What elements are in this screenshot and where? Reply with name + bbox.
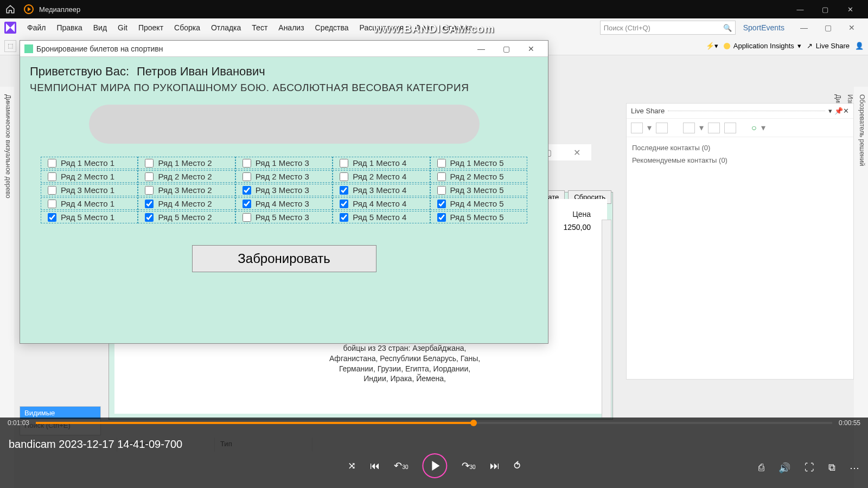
- seat-checkbox[interactable]: Ряд 2 Место 1: [41, 170, 138, 183]
- vs-menu-item[interactable]: Анализ: [273, 20, 309, 35]
- seat-checkbox[interactable]: Ряд 3 Место 2: [138, 184, 235, 196]
- seat-checkbox[interactable]: Ряд 2 Место 4: [333, 170, 430, 183]
- chevron-down-icon[interactable]: ▾: [761, 123, 765, 133]
- seat-checkbox-input[interactable]: [340, 159, 348, 168]
- seat-checkbox[interactable]: Ряд 1 Место 1: [41, 157, 138, 169]
- seat-checkbox-input[interactable]: [340, 172, 348, 181]
- seat-checkbox-input[interactable]: [48, 213, 56, 222]
- seat-checkbox-input[interactable]: [437, 172, 446, 181]
- vs-menu-item[interactable]: Правка: [51, 20, 87, 35]
- vs-menu-item[interactable]: Отладка: [206, 20, 246, 35]
- seat-checkbox[interactable]: Ряд 1 Место 3: [235, 157, 333, 169]
- seat-checkbox-input[interactable]: [48, 186, 56, 195]
- seat-checkbox-input[interactable]: [437, 159, 446, 168]
- seat-checkbox[interactable]: Ряд 2 Место 3: [235, 170, 333, 183]
- seat-checkbox-input[interactable]: [145, 159, 154, 168]
- pin-icon[interactable]: 📌: [834, 107, 843, 115]
- toolbar-icon[interactable]: ⚡▾: [706, 42, 718, 50]
- seat-checkbox[interactable]: Ряд 3 Место 4: [333, 184, 430, 196]
- seat-checkbox[interactable]: Ряд 4 Место 4: [333, 197, 430, 210]
- seat-checkbox[interactable]: Ряд 5 Место 3: [235, 211, 333, 223]
- chevron-down-icon[interactable]: ▾: [699, 123, 704, 133]
- seat-checkbox-input[interactable]: [437, 200, 446, 208]
- seat-checkbox[interactable]: Ряд 5 Место 2: [138, 211, 235, 223]
- progress-thumb[interactable]: [470, 420, 477, 426]
- seat-checkbox[interactable]: Ряд 3 Место 5: [430, 184, 527, 196]
- progress-bar[interactable]: [36, 422, 832, 424]
- seat-checkbox-input[interactable]: [437, 186, 446, 195]
- vs-close-button[interactable]: ✕: [840, 18, 864, 37]
- cast-icon[interactable]: ⎙: [758, 462, 764, 474]
- seat-checkbox-input[interactable]: [145, 172, 154, 181]
- seat-checkbox-input[interactable]: [242, 186, 251, 195]
- seat-checkbox[interactable]: Ряд 4 Место 1: [41, 197, 138, 210]
- live-share-button[interactable]: ↗ Live Share: [807, 42, 850, 50]
- solution-name[interactable]: SportEvents: [736, 20, 792, 35]
- seat-checkbox-input[interactable]: [145, 213, 154, 222]
- circle-icon[interactable]: ○: [751, 123, 757, 133]
- seat-checkbox[interactable]: Ряд 4 Место 2: [138, 197, 235, 210]
- seat-checkbox-input[interactable]: [242, 213, 251, 222]
- app-insights-button[interactable]: Application Insights ▾: [724, 42, 801, 50]
- shuffle-icon[interactable]: ⤨: [348, 460, 356, 472]
- chevron-down-icon[interactable]: ▾: [647, 123, 652, 133]
- next-icon[interactable]: ⏭: [490, 460, 500, 472]
- skip-forward-icon[interactable]: ↷30: [462, 460, 476, 472]
- previous-icon[interactable]: ⏮: [370, 460, 380, 472]
- vs-menu-item[interactable]: Средства: [310, 20, 354, 35]
- seat-checkbox[interactable]: Ряд 2 Место 2: [138, 170, 235, 183]
- fullscreen-icon[interactable]: ⛶: [805, 462, 814, 474]
- minimize-button[interactable]: ―: [469, 41, 494, 57]
- seat-checkbox[interactable]: Ряд 5 Место 5: [430, 211, 527, 223]
- user-icon[interactable]: 👤: [855, 42, 864, 50]
- vs-search-input[interactable]: Поиск (Ctrl+Q) 🔍: [600, 21, 736, 35]
- vs-maximize-button[interactable]: ▢: [816, 18, 840, 37]
- seat-checkbox[interactable]: Ряд 3 Место 3: [235, 184, 333, 196]
- close-button[interactable]: ✕: [563, 144, 591, 160]
- seat-checkbox[interactable]: Ряд 1 Место 2: [138, 157, 235, 169]
- seat-checkbox-input[interactable]: [340, 200, 348, 208]
- vs-menu-item[interactable]: Вид: [88, 20, 112, 35]
- vs-menu-item[interactable]: Проект: [133, 20, 169, 35]
- vs-minimize-button[interactable]: ―: [792, 18, 816, 37]
- seat-checkbox-input[interactable]: [48, 200, 56, 208]
- seat-checkbox-input[interactable]: [242, 172, 251, 181]
- toolbar-icon[interactable]: [631, 123, 643, 133]
- seat-checkbox-input[interactable]: [145, 200, 154, 208]
- seat-checkbox-input[interactable]: [437, 213, 446, 222]
- repeat-icon[interactable]: ⥀: [514, 460, 520, 472]
- suggested-contacts[interactable]: Рекомендуемые контакты (0): [632, 154, 848, 166]
- seat-checkbox[interactable]: Ряд 3 Место 1: [41, 184, 138, 196]
- book-button[interactable]: Забронировать: [192, 245, 376, 272]
- seat-checkbox[interactable]: Ряд 1 Место 4: [333, 157, 430, 169]
- vs-menu-item[interactable]: Git: [112, 20, 133, 35]
- seat-checkbox-input[interactable]: [340, 186, 348, 195]
- seat-checkbox[interactable]: Ряд 2 Место 5: [430, 170, 527, 183]
- miniplayer-icon[interactable]: ⧉: [828, 462, 835, 474]
- seat-checkbox-input[interactable]: [242, 159, 251, 168]
- seat-checkbox[interactable]: Ряд 5 Место 1: [41, 211, 138, 223]
- toolbar-icon[interactable]: [724, 123, 736, 133]
- volume-icon[interactable]: 🔊: [778, 462, 790, 474]
- seat-checkbox[interactable]: Ряд 4 Место 3: [235, 197, 333, 210]
- seat-checkbox-input[interactable]: [242, 200, 251, 208]
- toolbar-icon[interactable]: [683, 123, 695, 133]
- close-icon[interactable]: ✕: [843, 107, 849, 115]
- seat-checkbox[interactable]: Ряд 1 Место 5: [430, 157, 527, 169]
- recent-contacts[interactable]: Последние контакты (0): [632, 142, 848, 154]
- toolbar-icon[interactable]: ⬚: [4, 40, 16, 52]
- play-button[interactable]: [423, 453, 448, 478]
- seat-checkbox-input[interactable]: [145, 186, 154, 195]
- seat-checkbox-input[interactable]: [340, 213, 348, 222]
- vs-menu-item[interactable]: Сборка: [169, 20, 206, 35]
- maximize-button[interactable]: ▢: [813, 0, 838, 18]
- seat-checkbox-input[interactable]: [48, 159, 56, 168]
- minimize-button[interactable]: ―: [788, 0, 813, 18]
- close-button[interactable]: ✕: [838, 0, 863, 18]
- home-icon[interactable]: [5, 4, 15, 14]
- vs-menu-item[interactable]: Тест: [246, 20, 273, 35]
- scrollbar[interactable]: [602, 220, 611, 418]
- seat-checkbox[interactable]: Ряд 5 Место 4: [333, 211, 430, 223]
- vs-menu-item[interactable]: Файл: [22, 20, 51, 35]
- maximize-button[interactable]: ▢: [494, 41, 519, 57]
